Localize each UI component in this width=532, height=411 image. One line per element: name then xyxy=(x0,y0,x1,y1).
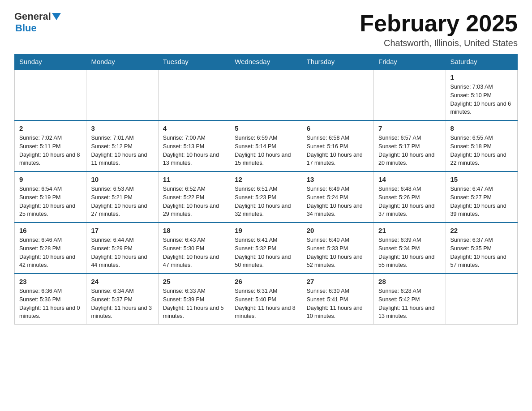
day-info: Sunrise: 7:00 AM Sunset: 5:13 PM Dayligh… xyxy=(163,134,225,167)
day-number: 2 xyxy=(19,124,82,132)
day-info: Sunrise: 6:49 AM Sunset: 5:24 PM Dayligh… xyxy=(307,185,369,218)
day-number: 27 xyxy=(307,278,369,285)
calendar-cell: 16Sunrise: 6:46 AM Sunset: 5:28 PM Dayli… xyxy=(15,223,86,274)
logo: General Blue xyxy=(14,11,62,34)
month-year-title: February 2025 xyxy=(360,11,518,36)
calendar-cell xyxy=(230,69,302,120)
calendar-cell xyxy=(374,69,446,120)
day-number: 6 xyxy=(307,124,369,132)
calendar-cell: 14Sunrise: 6:48 AM Sunset: 5:26 PM Dayli… xyxy=(374,171,446,223)
calendar-header-tuesday: Tuesday xyxy=(158,54,230,70)
day-number: 25 xyxy=(163,278,225,285)
calendar-table: SundayMondayTuesdayWednesdayThursdayFrid… xyxy=(14,54,518,325)
day-info: Sunrise: 6:57 AM Sunset: 5:17 PM Dayligh… xyxy=(378,134,441,167)
day-number: 9 xyxy=(19,176,82,183)
calendar-cell: 28Sunrise: 6:28 AM Sunset: 5:42 PM Dayli… xyxy=(374,274,446,325)
day-number: 12 xyxy=(235,176,297,183)
calendar-cell: 4Sunrise: 7:00 AM Sunset: 5:13 PM Daylig… xyxy=(158,120,230,171)
calendar-cell: 24Sunrise: 6:34 AM Sunset: 5:37 PM Dayli… xyxy=(86,274,158,325)
day-info: Sunrise: 6:37 AM Sunset: 5:35 PM Dayligh… xyxy=(450,236,513,270)
calendar-cell: 10Sunrise: 6:53 AM Sunset: 5:21 PM Dayli… xyxy=(86,171,158,223)
day-number: 1 xyxy=(450,73,513,81)
day-info: Sunrise: 7:03 AM Sunset: 5:10 PM Dayligh… xyxy=(450,83,513,116)
calendar-cell: 2Sunrise: 7:02 AM Sunset: 5:11 PM Daylig… xyxy=(15,120,86,171)
day-number: 5 xyxy=(235,124,297,132)
calendar-cell xyxy=(158,69,230,120)
calendar-cell: 23Sunrise: 6:36 AM Sunset: 5:36 PM Dayli… xyxy=(15,274,86,325)
page-header: General Blue February 2025 Chatsworth, I… xyxy=(14,11,518,48)
day-info: Sunrise: 7:01 AM Sunset: 5:12 PM Dayligh… xyxy=(91,134,153,167)
calendar-week-row: 9Sunrise: 6:54 AM Sunset: 5:19 PM Daylig… xyxy=(15,171,518,223)
day-number: 13 xyxy=(307,176,369,183)
calendar-cell: 17Sunrise: 6:44 AM Sunset: 5:29 PM Dayli… xyxy=(86,223,158,274)
calendar-cell: 7Sunrise: 6:57 AM Sunset: 5:17 PM Daylig… xyxy=(374,120,446,171)
calendar-header-saturday: Saturday xyxy=(446,54,517,70)
calendar-header-row: SundayMondayTuesdayWednesdayThursdayFrid… xyxy=(15,54,518,70)
day-info: Sunrise: 6:53 AM Sunset: 5:21 PM Dayligh… xyxy=(91,185,153,218)
calendar-week-row: 16Sunrise: 6:46 AM Sunset: 5:28 PM Dayli… xyxy=(15,223,518,274)
calendar-header-wednesday: Wednesday xyxy=(230,54,302,70)
day-info: Sunrise: 6:44 AM Sunset: 5:29 PM Dayligh… xyxy=(91,236,153,270)
calendar-header-friday: Friday xyxy=(374,54,446,70)
day-info: Sunrise: 6:41 AM Sunset: 5:32 PM Dayligh… xyxy=(235,236,297,270)
calendar-cell: 26Sunrise: 6:31 AM Sunset: 5:40 PM Dayli… xyxy=(230,274,302,325)
calendar-cell: 13Sunrise: 6:49 AM Sunset: 5:24 PM Dayli… xyxy=(302,171,373,223)
day-number: 26 xyxy=(235,278,297,285)
calendar-cell xyxy=(446,274,517,325)
day-number: 21 xyxy=(378,227,441,234)
day-number: 7 xyxy=(378,124,441,132)
day-info: Sunrise: 6:51 AM Sunset: 5:23 PM Dayligh… xyxy=(235,185,297,218)
calendar-cell: 15Sunrise: 6:47 AM Sunset: 5:27 PM Dayli… xyxy=(446,171,517,223)
calendar-cell: 20Sunrise: 6:40 AM Sunset: 5:33 PM Dayli… xyxy=(302,223,373,274)
calendar-cell: 5Sunrise: 6:59 AM Sunset: 5:14 PM Daylig… xyxy=(230,120,302,171)
calendar-header-monday: Monday xyxy=(86,54,158,70)
day-number: 22 xyxy=(450,227,513,234)
title-block: February 2025 Chatsworth, Illinois, Unit… xyxy=(360,11,518,48)
day-info: Sunrise: 7:02 AM Sunset: 5:11 PM Dayligh… xyxy=(19,134,82,167)
calendar-cell xyxy=(86,69,158,120)
day-info: Sunrise: 6:34 AM Sunset: 5:37 PM Dayligh… xyxy=(91,287,153,321)
calendar-cell: 1Sunrise: 7:03 AM Sunset: 5:10 PM Daylig… xyxy=(446,69,517,120)
day-info: Sunrise: 6:33 AM Sunset: 5:39 PM Dayligh… xyxy=(163,287,225,321)
day-number: 23 xyxy=(19,278,82,285)
day-info: Sunrise: 6:39 AM Sunset: 5:34 PM Dayligh… xyxy=(378,236,441,270)
day-info: Sunrise: 6:52 AM Sunset: 5:22 PM Dayligh… xyxy=(163,185,225,218)
calendar-cell xyxy=(302,69,373,120)
calendar-cell: 25Sunrise: 6:33 AM Sunset: 5:39 PM Dayli… xyxy=(158,274,230,325)
day-info: Sunrise: 6:48 AM Sunset: 5:26 PM Dayligh… xyxy=(378,185,441,218)
calendar-cell: 18Sunrise: 6:43 AM Sunset: 5:30 PM Dayli… xyxy=(158,223,230,274)
day-info: Sunrise: 6:47 AM Sunset: 5:27 PM Dayligh… xyxy=(450,185,513,218)
calendar-cell: 19Sunrise: 6:41 AM Sunset: 5:32 PM Dayli… xyxy=(230,223,302,274)
calendar-cell: 3Sunrise: 7:01 AM Sunset: 5:12 PM Daylig… xyxy=(86,120,158,171)
day-info: Sunrise: 6:58 AM Sunset: 5:16 PM Dayligh… xyxy=(307,134,369,167)
calendar-week-row: 1Sunrise: 7:03 AM Sunset: 5:10 PM Daylig… xyxy=(15,69,518,120)
day-info: Sunrise: 6:31 AM Sunset: 5:40 PM Dayligh… xyxy=(235,287,297,321)
day-number: 15 xyxy=(450,176,513,183)
day-number: 19 xyxy=(235,227,297,234)
day-info: Sunrise: 6:55 AM Sunset: 5:18 PM Dayligh… xyxy=(450,134,513,167)
logo-blue-text: Blue xyxy=(15,22,37,34)
calendar-cell: 27Sunrise: 6:30 AM Sunset: 5:41 PM Dayli… xyxy=(302,274,373,325)
calendar-header-thursday: Thursday xyxy=(302,54,373,70)
calendar-cell: 9Sunrise: 6:54 AM Sunset: 5:19 PM Daylig… xyxy=(15,171,86,223)
day-number: 28 xyxy=(378,278,441,285)
day-info: Sunrise: 6:36 AM Sunset: 5:36 PM Dayligh… xyxy=(19,287,82,321)
day-number: 24 xyxy=(91,278,153,285)
day-info: Sunrise: 6:43 AM Sunset: 5:30 PM Dayligh… xyxy=(163,236,225,270)
calendar-cell: 6Sunrise: 6:58 AM Sunset: 5:16 PM Daylig… xyxy=(302,120,373,171)
day-number: 8 xyxy=(450,124,513,132)
day-info: Sunrise: 6:59 AM Sunset: 5:14 PM Dayligh… xyxy=(235,134,297,167)
calendar-cell xyxy=(15,69,86,120)
calendar-cell: 12Sunrise: 6:51 AM Sunset: 5:23 PM Dayli… xyxy=(230,171,302,223)
day-info: Sunrise: 6:28 AM Sunset: 5:42 PM Dayligh… xyxy=(378,287,441,321)
calendar-cell: 11Sunrise: 6:52 AM Sunset: 5:22 PM Dayli… xyxy=(158,171,230,223)
day-number: 16 xyxy=(19,227,82,234)
day-number: 10 xyxy=(91,176,153,183)
day-number: 3 xyxy=(91,124,153,132)
calendar-header-sunday: Sunday xyxy=(15,54,86,70)
day-number: 20 xyxy=(307,227,369,234)
day-number: 11 xyxy=(163,176,225,183)
calendar-week-row: 2Sunrise: 7:02 AM Sunset: 5:11 PM Daylig… xyxy=(15,120,518,171)
day-info: Sunrise: 6:46 AM Sunset: 5:28 PM Dayligh… xyxy=(19,236,82,270)
day-info: Sunrise: 6:54 AM Sunset: 5:19 PM Dayligh… xyxy=(19,185,82,218)
